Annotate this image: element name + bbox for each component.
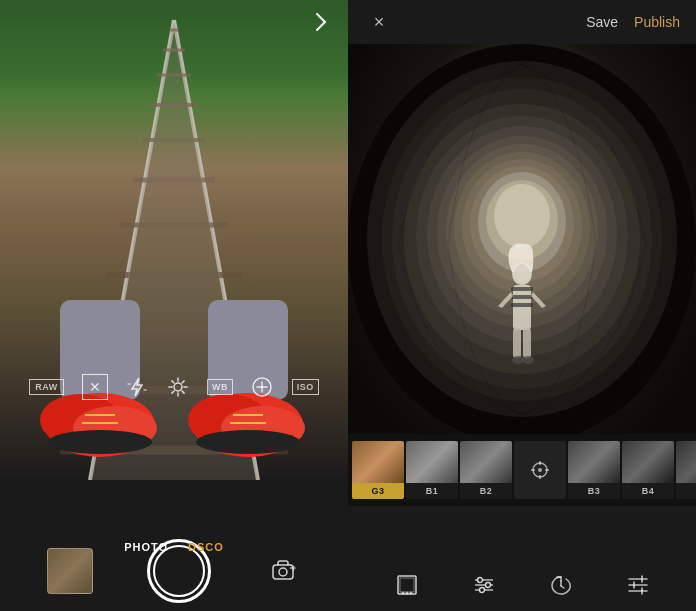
svg-rect-59 — [511, 295, 533, 299]
filter-b5[interactable]: B5 — [676, 441, 696, 499]
filter-b1-label: B1 — [406, 483, 458, 499]
camera-viewfinder: RAW ✕ — [0, 0, 348, 480]
left-panel: RAW ✕ — [0, 0, 348, 611]
svg-rect-61 — [513, 328, 521, 358]
chevron-right-icon[interactable] — [309, 10, 333, 34]
bw-background — [348, 44, 696, 434]
iso-button[interactable]: ISO — [292, 379, 319, 395]
filter-b1-thumb — [406, 441, 458, 483]
svg-point-75 — [405, 592, 408, 595]
x-icon[interactable]: ✕ — [82, 374, 108, 400]
filter-g3-label: G3 — [352, 483, 404, 499]
filter-g3[interactable]: G3 — [352, 441, 404, 499]
flip-camera-icon — [269, 557, 297, 585]
filter-b3-thumb — [568, 441, 620, 483]
gallery-thumbnail[interactable] — [47, 548, 93, 594]
svg-line-84 — [561, 586, 564, 588]
wb-button[interactable]: WB — [207, 379, 233, 395]
mode-selector: PHOTO DSCO — [0, 541, 348, 553]
svg-rect-57 — [513, 285, 531, 330]
publish-button[interactable]: Publish — [634, 14, 680, 30]
filter-b5-label: B5 — [676, 483, 696, 499]
filter-b5-thumb — [676, 441, 696, 483]
history-icon — [549, 573, 573, 597]
svg-point-16 — [48, 430, 152, 454]
svg-point-67 — [538, 468, 542, 472]
editor-photo — [348, 44, 696, 434]
flash-icon — [126, 376, 148, 398]
svg-point-74 — [401, 592, 404, 595]
svg-point-81 — [485, 583, 490, 588]
sun-button[interactable] — [167, 376, 189, 398]
close-button[interactable]: × — [364, 7, 394, 37]
svg-rect-60 — [511, 303, 533, 307]
svg-point-76 — [409, 592, 412, 595]
filter-b2[interactable]: B2 — [460, 441, 512, 499]
filter-strip: G3 B1 B2 B3 — [348, 434, 696, 506]
svg-rect-72 — [398, 576, 416, 594]
editor-header: × Save Publish — [348, 0, 696, 44]
adjust-button[interactable] — [620, 567, 656, 603]
filter-b4-thumb — [622, 441, 674, 483]
filter-b3[interactable]: B3 — [568, 441, 620, 499]
filter-target[interactable] — [514, 441, 566, 499]
filter-b3-label: B3 — [568, 483, 620, 499]
svg-point-20 — [196, 430, 300, 454]
flash-button[interactable] — [126, 376, 148, 398]
svg-line-35 — [172, 391, 174, 393]
save-button[interactable]: Save — [586, 14, 618, 30]
sliders-icon — [472, 573, 496, 597]
svg-rect-58 — [511, 287, 533, 291]
frame-button[interactable] — [389, 567, 425, 603]
filter-b4-label: B4 — [622, 483, 674, 499]
x-button[interactable]: ✕ — [82, 374, 108, 400]
adjust-icon — [626, 573, 650, 597]
svg-line-33 — [182, 391, 184, 393]
svg-point-82 — [479, 588, 484, 593]
wb-label: WB — [207, 379, 233, 395]
filter-b4[interactable]: B4 — [622, 441, 674, 499]
svg-line-32 — [172, 381, 174, 383]
svg-point-40 — [279, 568, 287, 576]
svg-point-65 — [514, 264, 530, 282]
camera-tools: RAW ✕ — [0, 374, 348, 400]
svg-point-80 — [477, 578, 482, 583]
svg-line-34 — [182, 381, 184, 383]
photo-mode-label[interactable]: PHOTO — [124, 541, 168, 553]
sun-icon — [167, 376, 189, 398]
editor-toolbar — [348, 559, 696, 611]
plus-icon — [251, 376, 273, 398]
right-panel: × Save Publish — [348, 0, 696, 611]
svg-point-55 — [494, 184, 550, 248]
sliders-button[interactable] — [466, 567, 502, 603]
target-icon — [530, 460, 550, 480]
chevron-right-control[interactable] — [309, 10, 333, 34]
svg-rect-73 — [400, 578, 414, 592]
filter-b1[interactable]: B1 — [406, 441, 458, 499]
history-button[interactable] — [543, 567, 579, 603]
svg-point-27 — [174, 383, 182, 391]
iso-label: ISO — [292, 379, 319, 395]
svg-point-64 — [522, 356, 534, 364]
filter-g3-thumb — [352, 441, 404, 483]
raw-button[interactable]: RAW — [29, 379, 64, 395]
svg-rect-62 — [523, 328, 531, 358]
plus-button[interactable] — [251, 376, 273, 398]
filter-b2-thumb — [460, 441, 512, 483]
filter-b2-label: B2 — [460, 483, 512, 499]
dsco-mode-label[interactable]: DSCO — [188, 541, 224, 553]
header-actions: Save Publish — [586, 14, 680, 30]
raw-label[interactable]: RAW — [29, 379, 64, 395]
flip-camera-button[interactable] — [265, 553, 301, 589]
frame-icon — [395, 573, 419, 597]
